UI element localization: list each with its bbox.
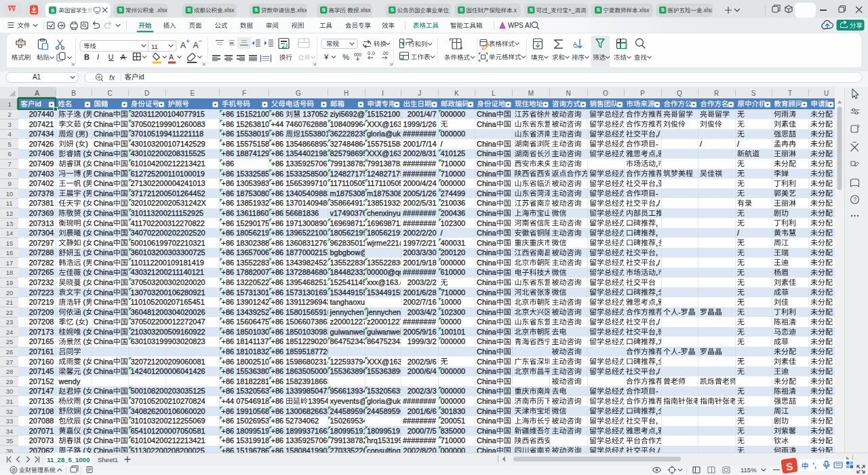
svg-text:1: 1 [7, 100, 11, 108]
svg-text:210303200509160922: 210303200509160922 [131, 328, 205, 336]
svg-text:135522836: 135522836 [367, 259, 404, 267]
svg-text:hrq153199: hrq153199 [367, 436, 403, 444]
svg-text:14: 14 [6, 229, 14, 237]
svg-text:.xlsx: .xlsx [156, 7, 168, 14]
svg-text:30: 30 [6, 387, 14, 395]
svg-text:fx: fx [109, 73, 115, 81]
svg-text:(: ( [83, 268, 86, 276]
svg-text:612725200110100019: 612725200110100019 [131, 170, 205, 178]
svg-text:+44 075469185: +44 075469185 [222, 397, 274, 405]
svg-text:135522836: 135522836 [330, 259, 368, 267]
svg-text:China: China [94, 337, 114, 345]
svg-text:China: China [94, 229, 114, 237]
svg-text:+86 130539830: +86 130539830 [222, 179, 274, 187]
svg-text:1171105051: 1171105051 [330, 179, 371, 187]
svg-text:+86 15801565910: +86 15801565910 [271, 308, 332, 316]
svg-text:China: China [94, 407, 114, 415]
svg-text:,/: ,/ [656, 318, 660, 326]
svg-text:1997/2/21: 1997/2/21 [403, 239, 437, 247]
svg-text:China: China [477, 209, 497, 217]
svg-text:207161: 207161 [29, 347, 54, 356]
svg-text:China: China [94, 387, 114, 395]
svg-text:China: China [477, 159, 497, 168]
svg-text:2003/3/30: 2003/3/30 [403, 248, 437, 256]
svg-text:+86 136570063: +86 136570063 [222, 248, 274, 256]
svg-text:+86 155751588: +86 155751588 [222, 140, 274, 148]
svg-text:+86 18501030983: +86 18501030983 [271, 328, 332, 336]
svg-text:+86 18595187720: +86 18595187720 [271, 347, 332, 356]
svg-text:China: China [477, 436, 497, 444]
svg-text:207219: 207219 [29, 298, 54, 306]
svg-text:_: _ [547, 7, 551, 14]
svg-text:207209: 207209 [29, 308, 54, 316]
svg-text:China: China [94, 170, 114, 178]
svg-text:N: N [566, 90, 571, 97]
svg-text:########: ######## [403, 219, 437, 227]
svg-text:China: China [94, 427, 114, 435]
svg-text:China: China [94, 367, 114, 375]
svg-text:207304: 207304 [29, 229, 54, 237]
svg-text:S: S [661, 7, 665, 13]
svg-text:207381: 207381 [29, 199, 54, 207]
svg-text:China: China [477, 110, 497, 118]
svg-text:-: - [656, 387, 658, 395]
svg-text:%: % [342, 53, 349, 61]
svg-text:A: A [193, 41, 199, 50]
svg-text:207440: 207440 [29, 110, 54, 118]
svg-text:500108200203035125: 500108200203035125 [131, 387, 205, 395]
svg-text:207073: 207073 [29, 436, 54, 444]
svg-text:5: 5 [7, 140, 11, 148]
svg-text:+86 13965221003: +86 13965221003 [271, 229, 332, 237]
svg-text:+86 157313010: +86 157313010 [222, 288, 274, 297]
svg-text:z20001227: z20001227 [367, 318, 403, 326]
svg-text:+44 7460762888: +44 7460762888 [271, 120, 328, 128]
svg-text:z20001227: z20001227 [330, 318, 367, 326]
svg-text:000: 000 [354, 52, 361, 57]
svg-text:(: ( [83, 337, 86, 345]
svg-text:000000: 000000 [441, 397, 466, 405]
svg-text:+86 181018327: +86 181018327 [222, 347, 274, 356]
svg-text:340826200106060020: 340826200106060020 [131, 407, 205, 415]
svg-text:-: - [678, 347, 681, 356]
svg-text:(: ( [83, 199, 86, 207]
svg-text:207313: 207313 [29, 219, 54, 227]
svg-text:China: China [477, 179, 497, 187]
svg-text:A: A [573, 41, 577, 48]
svg-text:China: China [477, 278, 497, 286]
svg-text:430321200211140121: 430321200211140121 [131, 268, 205, 276]
svg-text:430103200107142529: 430103200107142529 [131, 140, 205, 148]
svg-text:China: China [94, 358, 114, 366]
svg-text:+86 13439824523: +86 13439824523 [271, 259, 332, 267]
svg-text:+86 185010309: +86 185010309 [222, 328, 274, 336]
svg-text:+86 18999371663: +86 18999371663 [271, 427, 332, 435]
svg-text:835000: 835000 [441, 427, 466, 435]
svg-text:+86 138519326: +86 138519326 [222, 199, 274, 207]
svg-text:C: C [108, 90, 113, 97]
svg-text:+86 18770002153: +86 18770002153 [271, 248, 332, 256]
svg-text:2000/4/24: 2000/4/24 [403, 179, 437, 187]
svg-text:China: China [477, 170, 497, 178]
svg-text:2001/6/6: 2001/6/6 [408, 407, 437, 415]
svg-text:2002/9/6: 2002/9/6 [408, 358, 437, 366]
svg-text:China: China [477, 149, 497, 157]
svg-text:153449155: 153449155 [330, 288, 368, 297]
svg-text:(: ( [83, 308, 86, 316]
svg-text:U: U [824, 90, 829, 97]
svg-text:370105199411221118: 370105199411221118 [131, 130, 204, 138]
svg-text:-: - [656, 189, 658, 197]
svg-text:654101200007050581: 654101200007050581 [131, 427, 205, 435]
svg-text:China: China [94, 288, 114, 297]
svg-text:2003/2/2: 2003/2/2 [408, 278, 437, 286]
svg-text:,: , [656, 239, 658, 247]
svg-text:34: 34 [6, 428, 14, 435]
svg-text:+86 18512290209: +86 18512290209 [271, 337, 332, 345]
svg-text:S: S [51, 7, 54, 14]
svg-text:S: S [460, 7, 463, 13]
svg-text:12: 12 [6, 210, 14, 217]
svg-text:610104200212213421: 610104200212213421 [131, 436, 205, 444]
svg-text:33: 33 [6, 417, 14, 425]
svg-text:207160: 207160 [29, 358, 54, 366]
svg-text:(: ( [83, 189, 86, 197]
svg-text:+86 52734062: +86 52734062 [271, 417, 319, 425]
svg-text:207297: 207297 [29, 239, 54, 247]
